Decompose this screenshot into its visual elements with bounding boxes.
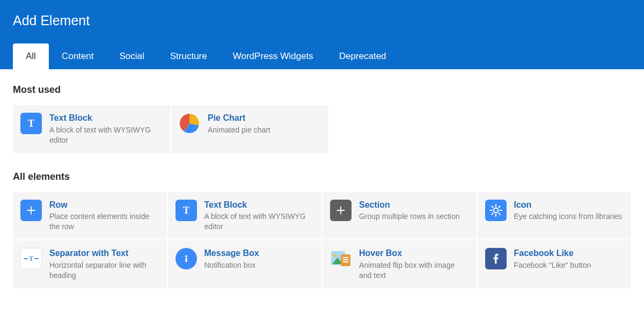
card-title: Message Box bbox=[204, 248, 314, 259]
card-subtitle: Place content elements inside the row bbox=[49, 211, 159, 232]
card-text: Section Group multiple rows in section bbox=[359, 200, 469, 222]
card-title: Icon bbox=[514, 200, 624, 211]
text-block-icon: T bbox=[20, 113, 42, 134]
card-subtitle: A block of text with WYSIWYG editor bbox=[49, 125, 163, 145]
card-title: Section bbox=[359, 200, 469, 211]
plus-icon bbox=[20, 200, 42, 221]
card-title: Facebook Like bbox=[514, 248, 624, 259]
card-subtitle: Animated pie chart bbox=[208, 125, 321, 135]
tabs: All Content Social Structure WordPress W… bbox=[13, 43, 631, 69]
element-card-row[interactable]: Row Place content elements inside the ro… bbox=[13, 192, 167, 240]
card-subtitle: Horizontal separator line with heading bbox=[49, 260, 159, 281]
section-title-all-elements: All elements bbox=[13, 171, 631, 182]
tab-social[interactable]: Social bbox=[106, 43, 157, 69]
card-text: Message Box Notification box bbox=[204, 248, 314, 270]
element-card-text-block[interactable]: T Text Block A block of text with WYSIWY… bbox=[13, 105, 170, 153]
svg-rect-19 bbox=[343, 257, 348, 258]
body: Most used T Text Block A block of text w… bbox=[0, 69, 644, 288]
svg-line-8 bbox=[499, 213, 500, 214]
svg-text:T: T bbox=[28, 118, 34, 129]
card-title: Row bbox=[49, 200, 159, 211]
tab-content[interactable]: Content bbox=[49, 43, 107, 69]
text-block-icon: T bbox=[175, 200, 197, 221]
card-text: Text Block A block of text with WYSIWYG … bbox=[204, 200, 314, 232]
card-text: Row Place content elements inside the ro… bbox=[49, 200, 159, 232]
svg-rect-20 bbox=[343, 259, 348, 260]
svg-rect-15 bbox=[185, 258, 187, 262]
element-card-facebook-like[interactable]: Facebook Like Facebook "Like" button bbox=[478, 240, 632, 288]
card-title: Pie Chart bbox=[208, 113, 321, 124]
section-title-most-used: Most used bbox=[13, 84, 631, 96]
card-subtitle: Eye catching icons from libraries bbox=[514, 211, 624, 222]
pie-chart-icon bbox=[179, 113, 200, 134]
card-subtitle: Facebook "Like" button bbox=[514, 260, 624, 270]
element-card-message-box[interactable]: Message Box Notification box bbox=[168, 240, 322, 288]
sun-icon bbox=[485, 200, 507, 221]
svg-point-14 bbox=[185, 255, 187, 258]
card-title: Hover Box bbox=[359, 248, 469, 259]
card-subtitle: Group multiple rows in section bbox=[359, 211, 469, 222]
card-text: Separator with Text Horizontal separator… bbox=[49, 248, 159, 281]
hover-box-icon bbox=[330, 248, 352, 269]
svg-line-9 bbox=[492, 213, 493, 214]
header-bar: Add Element All Content Social Structure… bbox=[0, 0, 644, 69]
element-card-pie-chart[interactable]: Pie Chart Animated pie chart bbox=[171, 105, 328, 153]
tab-deprecated[interactable]: Deprecated bbox=[326, 43, 399, 69]
element-card-hover-box[interactable]: Hover Box Animated flip box with image a… bbox=[323, 240, 477, 288]
element-card-text-block[interactable]: T Text Block A block of text with WYSIWY… bbox=[168, 192, 322, 240]
card-text: Hover Box Animated flip box with image a… bbox=[359, 248, 469, 281]
grid-most-used: T Text Block A block of text with WYSIWY… bbox=[13, 105, 631, 153]
element-card-section[interactable]: Section Group multiple rows in section bbox=[323, 192, 477, 240]
element-card-icon[interactable]: Icon Eye catching icons from libraries bbox=[478, 192, 632, 240]
card-title: Separator with Text bbox=[49, 248, 159, 259]
plus-icon bbox=[330, 200, 352, 221]
card-title: Text Block bbox=[49, 113, 163, 124]
grid-all-elements: Row Place content elements inside the ro… bbox=[13, 192, 631, 288]
card-text: Icon Eye catching icons from libraries bbox=[514, 200, 624, 222]
tab-all[interactable]: All bbox=[13, 43, 49, 69]
info-icon bbox=[175, 248, 197, 269]
element-card-separator-with-text[interactable]: T Separator with Text Horizontal separat… bbox=[13, 240, 167, 288]
card-subtitle: Animated flip box with image and text bbox=[359, 260, 469, 281]
page-title: Add Element bbox=[13, 13, 631, 28]
card-title: Text Block bbox=[204, 200, 314, 211]
separator-icon: T bbox=[20, 248, 42, 269]
svg-line-10 bbox=[499, 206, 500, 207]
card-text: Facebook Like Facebook "Like" button bbox=[514, 248, 624, 270]
card-text: Pie Chart Animated pie chart bbox=[208, 113, 321, 135]
facebook-icon bbox=[485, 248, 507, 269]
card-subtitle: A block of text with WYSIWYG editor bbox=[204, 211, 314, 232]
svg-line-7 bbox=[492, 206, 493, 207]
card-text: Text Block A block of text with WYSIWYG … bbox=[49, 113, 163, 145]
svg-text:T: T bbox=[29, 254, 34, 262]
tab-structure[interactable]: Structure bbox=[157, 43, 220, 69]
svg-point-2 bbox=[493, 208, 498, 213]
card-subtitle: Notification box bbox=[204, 260, 314, 270]
svg-point-17 bbox=[334, 254, 337, 257]
tab-wordpress-widgets[interactable]: WordPress Widgets bbox=[220, 43, 326, 69]
svg-text:T: T bbox=[182, 205, 189, 216]
svg-rect-21 bbox=[343, 261, 348, 262]
